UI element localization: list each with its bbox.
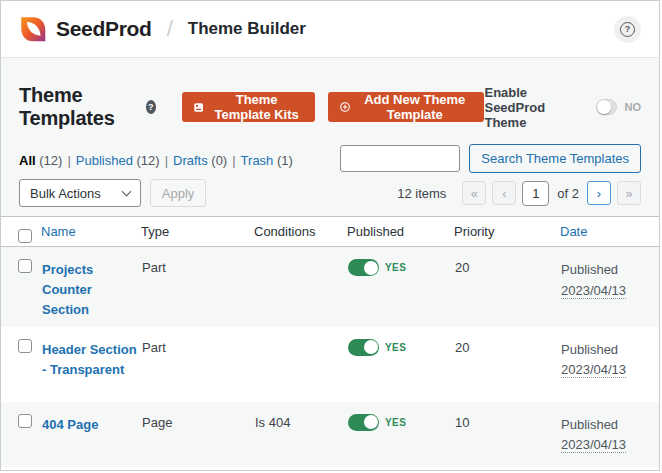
toggle-knob: [364, 261, 378, 275]
kits-button-label: Theme Template Kits: [210, 92, 303, 122]
date-value: 2023/04/13: [561, 437, 626, 453]
first-page-button[interactable]: «: [462, 181, 486, 205]
heading-help-icon[interactable]: ?: [146, 100, 156, 114]
table-row: Projects Counter Section Part YES 20 Pub…: [1, 247, 659, 327]
bulk-actions-group: Bulk Actions Apply: [19, 179, 206, 207]
breadcrumb-separator: /: [167, 16, 173, 42]
search-group: Search Theme Templates: [340, 144, 641, 173]
filter-separator: |: [165, 153, 168, 168]
pagination: 12 items « ‹ of 2 › »: [397, 181, 641, 206]
date-status: Published: [561, 342, 618, 357]
chevron-down-icon: [121, 186, 131, 196]
filter-all[interactable]: All (12): [19, 153, 62, 168]
template-priority: 10: [454, 467, 560, 472]
template-type: Page: [141, 467, 254, 472]
add-button-label: Add New Theme Template: [357, 92, 472, 122]
list-controls-row: All (12)|Published (12)|Drafts (0)|Trash…: [1, 130, 659, 173]
enable-theme-control: Enable SeedProd Theme NO: [484, 85, 641, 130]
date-value: 2023/04/13: [561, 283, 626, 299]
template-type: Part: [141, 327, 254, 402]
row-checkbox[interactable]: [18, 414, 32, 428]
bulk-actions-label: Bulk Actions: [30, 186, 101, 201]
previous-page-button[interactable]: ‹: [492, 181, 516, 205]
template-priority: 10: [454, 402, 560, 467]
next-page-button[interactable]: ›: [587, 181, 611, 205]
brand-name: SeedProd: [56, 17, 152, 41]
add-plus-icon: [340, 100, 350, 114]
total-pages-label: of 2: [557, 186, 579, 201]
help-button[interactable]: ?: [614, 16, 641, 43]
template-conditions: Front Page: [254, 467, 347, 472]
bulk-actions-select[interactable]: Bulk Actions: [19, 179, 141, 207]
filter-published[interactable]: Published (12): [76, 153, 160, 168]
date-status: Published: [561, 262, 618, 277]
column-header-published: Published: [347, 217, 454, 247]
template-priority: 20: [454, 327, 560, 402]
page-toolbar: Theme Templates ? Theme Template Kits Ad…: [1, 58, 659, 130]
published-state-label: YES: [385, 417, 406, 428]
filter-drafts[interactable]: Drafts (0): [173, 153, 227, 168]
template-type: Page: [141, 402, 254, 467]
template-conditions: Is 404: [254, 402, 347, 467]
add-new-theme-template-button[interactable]: Add New Theme Template: [328, 92, 484, 122]
filter-separator: |: [232, 153, 235, 168]
published-toggle[interactable]: [348, 414, 379, 431]
template-name-link[interactable]: Header Section - Transparent: [42, 340, 140, 380]
template-conditions: [254, 327, 347, 402]
enable-theme-toggle[interactable]: [596, 99, 617, 115]
page-title: Theme Builder: [188, 19, 306, 39]
toggle-knob: [597, 100, 611, 114]
last-page-button[interactable]: »: [617, 181, 641, 205]
published-toggle[interactable]: [348, 259, 379, 276]
theme-template-kits-button[interactable]: Theme Template Kits: [182, 92, 315, 122]
row-checkbox[interactable]: [18, 339, 32, 353]
filter-separator: |: [67, 153, 70, 168]
table-header-row: Name Type Conditions Published Priority …: [1, 217, 659, 247]
top-header-bar: SeedProd / Theme Builder ?: [1, 1, 659, 58]
template-conditions: [254, 247, 347, 327]
filter-trash[interactable]: Trash (1): [241, 153, 293, 168]
column-header-priority: Priority: [454, 217, 560, 247]
page-heading: Theme Templates: [19, 84, 139, 130]
enable-theme-label: Enable SeedProd Theme: [484, 85, 587, 130]
seedprod-logo-icon: [19, 15, 47, 43]
theme-templates-table: Name Type Conditions Published Priority …: [1, 216, 659, 471]
question-circle-icon: ?: [620, 22, 635, 37]
status-filters: All (12)|Published (12)|Drafts (0)|Trash…: [19, 153, 293, 173]
table-row: Header Section - Transparent Part YES 20…: [1, 327, 659, 402]
enable-theme-state: NO: [625, 101, 642, 113]
toggle-knob: [364, 340, 378, 354]
table-row: 404 Page Page Is 404 YES 10 Published202…: [1, 402, 659, 467]
published-state-label: YES: [385, 342, 406, 353]
row-checkbox[interactable]: [18, 259, 32, 273]
template-type: Part: [141, 247, 254, 327]
template-name-link[interactable]: Projects Counter Section: [42, 260, 140, 320]
items-count: 12 items: [397, 186, 446, 201]
toggle-knob: [364, 415, 378, 429]
table-row: Homepage Page Front Page YES 10 Publishe…: [1, 467, 659, 472]
published-toggle[interactable]: [348, 339, 379, 356]
apply-button[interactable]: Apply: [150, 179, 207, 207]
template-name-link[interactable]: 404 Page: [42, 415, 98, 435]
column-header-date[interactable]: Date: [560, 217, 659, 247]
kits-icon: [194, 101, 203, 114]
current-page-input[interactable]: [522, 181, 549, 206]
select-all-checkbox[interactable]: [18, 229, 32, 243]
column-header-type: Type: [141, 217, 254, 247]
search-input[interactable]: [340, 145, 460, 172]
template-priority: 20: [454, 247, 560, 327]
bulk-pagination-row: Bulk Actions Apply 12 items « ‹ of 2 › »: [1, 173, 659, 216]
column-header-name[interactable]: Name: [41, 217, 141, 247]
published-state-label: YES: [385, 262, 406, 273]
date-value: 2023/04/13: [561, 362, 626, 378]
search-theme-templates-button[interactable]: Search Theme Templates: [469, 144, 641, 173]
column-header-conditions: Conditions: [254, 217, 347, 247]
date-status: Published: [561, 417, 618, 432]
seedprod-theme-builder-window: SeedProd / Theme Builder ? Theme Templat…: [0, 0, 660, 471]
